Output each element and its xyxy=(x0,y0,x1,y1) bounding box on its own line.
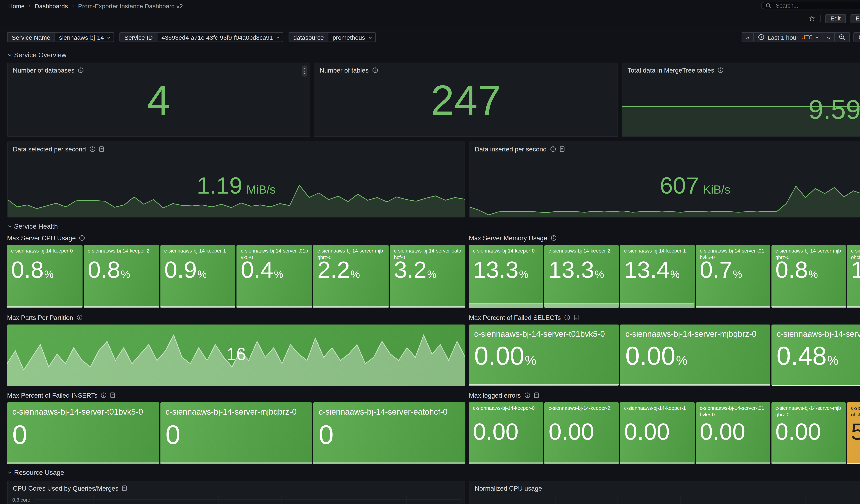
variable-value-dropdown[interactable]: 43693ed4-a71c-43fc-93f9-f04a0bd8ca91 xyxy=(157,33,283,41)
stat-tile: c-siennaaws-bj-14-keeper-20.00 xyxy=(544,402,619,464)
chevron-down-icon xyxy=(8,224,11,227)
star-icon[interactable]: ☆ xyxy=(808,15,815,22)
tile-sparkline xyxy=(696,463,770,464)
variable-label: datasource xyxy=(289,33,328,41)
nav-actions: ⌘+k + ? xyxy=(761,2,860,9)
stat-tile: c-siennaaws-bj-14-server-t01bvk5-00.7% xyxy=(696,245,770,308)
search-input-wrap[interactable]: ⌘+k xyxy=(761,2,860,9)
tile-sparkline xyxy=(620,303,694,308)
info-icon[interactable] xyxy=(372,67,378,73)
panel-title[interactable]: Number of tables xyxy=(319,67,369,74)
info-icon[interactable] xyxy=(77,314,83,320)
panel-data-selected: Data selected per second 1.19MiB/s xyxy=(7,142,465,218)
time-shift-back-button[interactable]: « xyxy=(742,33,754,41)
export-button[interactable]: Export xyxy=(850,14,860,23)
tile-sparkline xyxy=(313,463,465,464)
document-icon[interactable] xyxy=(574,314,579,320)
chart-grid xyxy=(493,495,860,504)
panel-number-of-tables: Number of tables 247 xyxy=(314,62,618,137)
stat-tile: c-siennaaws-bj-14-keeper-113.4% xyxy=(620,245,694,308)
stat-tile: c-siennaaws-bj-14-server-eatohcf-00.48% xyxy=(771,325,860,386)
breadcrumb-home[interactable]: Home xyxy=(8,2,25,9)
info-icon[interactable] xyxy=(101,392,107,398)
stat-tile: c-siennaaws-bj-14-keeper-20.8% xyxy=(84,245,159,308)
panel-title[interactable]: Max Server Memory Usage xyxy=(469,234,547,241)
panel-title[interactable]: Data inserted per second xyxy=(475,146,547,153)
row-parts-selects: Max Parts Per Partition 16 Max Percent o… xyxy=(7,313,860,386)
document-icon[interactable] xyxy=(533,392,539,398)
stat-value: 1.19MiB/s xyxy=(8,148,465,218)
stat-tile: c-siennaaws-bj-14-server-eatohcf-03.2% xyxy=(390,245,465,308)
chevron-down-icon xyxy=(369,35,372,38)
stat-tile: c-siennaaws-bj-14-server-eatohcf-01.4% xyxy=(847,245,860,308)
info-icon[interactable] xyxy=(550,146,556,152)
stat-value: 4 xyxy=(8,63,310,136)
refresh-group: Refresh 30s xyxy=(854,32,860,42)
section-resource-usage[interactable]: Resource Usage xyxy=(8,468,860,477)
variable-service-name: Service Name siennaaws-bj-14 xyxy=(7,32,114,42)
document-icon[interactable] xyxy=(99,146,104,152)
tile-sparkline xyxy=(160,306,235,308)
panel-title[interactable]: Max Server CPU Usage xyxy=(7,234,76,241)
tile-sparkline xyxy=(7,463,159,464)
dashboard-body: Service Overview Number of databases ⋮ 4… xyxy=(0,50,860,504)
row-throughput: Data selected per second 1.19MiB/s Data … xyxy=(7,142,860,218)
time-shift-forward-button[interactable]: » xyxy=(822,33,834,41)
stat-tile: c-siennaaws-bj-14-server-mjbqbrz-02.2% xyxy=(313,245,389,308)
stat-tile: c-siennaaws-bj-14-server-mjbqbrz-00.00% xyxy=(620,325,770,386)
document-icon[interactable] xyxy=(560,146,565,152)
edit-button[interactable]: Edit xyxy=(825,14,846,23)
grafana-dashboard: Home › Dashboards › Prom-Exporter Instan… xyxy=(0,0,860,504)
document-icon[interactable] xyxy=(122,485,127,491)
refresh-button[interactable]: Refresh xyxy=(854,33,860,41)
time-range-picker[interactable]: Last 1 hour UTC xyxy=(754,33,822,41)
panel-title[interactable]: Max Percent of Failed SELECTs xyxy=(469,314,561,321)
parts-stat-tile: 16 xyxy=(7,325,465,386)
stat-tile: c-siennaaws-bj-14-keeper-10.00 xyxy=(620,402,694,464)
variable-datasource: datasource prometheus xyxy=(289,32,375,42)
panel-title[interactable]: Normalized CPU usage xyxy=(475,485,542,492)
zoom-out-button[interactable] xyxy=(834,33,849,41)
document-icon[interactable] xyxy=(110,392,116,398)
section-service-health[interactable]: Service Health xyxy=(8,222,860,231)
panel-normalized-cpu: Normalized CPU usage 2% xyxy=(469,480,860,504)
info-icon[interactable] xyxy=(564,314,570,320)
tile-sparkline xyxy=(84,306,159,308)
failed-inserts-tiles: c-siennaaws-bj-14-server-t01bvk5-00 c-si… xyxy=(7,402,465,464)
panel-number-of-databases: Number of databases ⋮ 4 xyxy=(7,62,310,137)
stat-tile: c-siennaaws-bj-14-keeper-00.00 xyxy=(469,402,543,464)
tile-sparkline xyxy=(313,306,389,308)
stat-value: 9.59GiB xyxy=(622,73,860,137)
breadcrumb-dashboards[interactable]: Dashboards xyxy=(35,2,68,9)
stat-tile-alert: c-siennaaws-bj-14-server-eatohcf-05.00 xyxy=(847,402,860,464)
info-icon[interactable] xyxy=(718,67,723,73)
panel-menu-button[interactable]: ⋮ xyxy=(302,65,307,77)
tile-sparkline xyxy=(771,463,846,464)
stat-tile: c-siennaaws-bj-14-server-t01bvk5-00.00% xyxy=(469,325,619,386)
variable-value-dropdown[interactable]: siennaaws-bj-14 xyxy=(54,33,114,41)
cpu-tiles: c-siennaaws-bj-14-keeper-00.8% c-siennaa… xyxy=(7,245,465,308)
stat-tile: c-siennaaws-bj-14-server-t01bvk5-00.00 xyxy=(696,402,770,464)
search-input[interactable] xyxy=(775,2,858,9)
panel-failed-inserts: Max Percent of Failed INSERTs c-siennaaw… xyxy=(7,390,465,464)
info-icon[interactable] xyxy=(551,235,557,241)
section-service-overview[interactable]: Service Overview xyxy=(8,50,860,60)
panel-title[interactable]: Total data in MergeTree tables xyxy=(628,67,714,74)
info-icon[interactable] xyxy=(79,235,85,241)
stat-tile: c-siennaaws-bj-14-server-mjbqbrz-00.8% xyxy=(771,245,846,308)
tile-sparkline xyxy=(544,303,619,308)
tile-sparkline xyxy=(620,384,770,386)
info-icon[interactable] xyxy=(78,67,84,73)
panel-title[interactable]: CPU Cores Used by Queries/Merges xyxy=(13,485,118,492)
info-icon[interactable] xyxy=(89,146,95,152)
logged-errors-tiles: c-siennaaws-bj-14-keeper-00.00 c-siennaa… xyxy=(469,402,860,464)
info-icon[interactable] xyxy=(524,392,530,398)
panel-title[interactable]: Max Parts Per Partition xyxy=(7,314,73,321)
panel-title[interactable]: Data selected per second xyxy=(13,146,86,153)
chevron-down-icon xyxy=(276,35,280,38)
panel-title[interactable]: Max Percent of Failed INSERTs xyxy=(7,391,98,398)
stat-tile: c-siennaaws-bj-14-keeper-10.9% xyxy=(160,245,235,308)
panel-title[interactable]: Number of databases xyxy=(13,67,74,74)
panel-title[interactable]: Max logged errors xyxy=(469,391,521,398)
variable-value-dropdown[interactable]: prometheus xyxy=(328,33,375,41)
